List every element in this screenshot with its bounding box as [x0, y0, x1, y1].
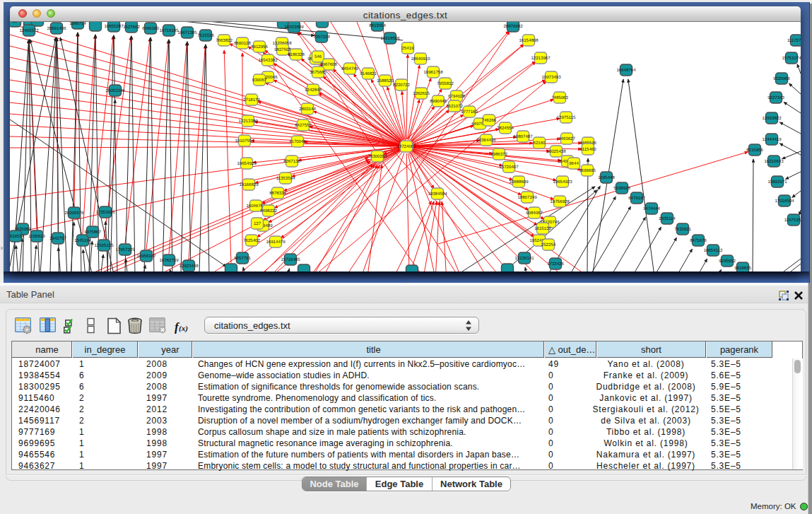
svg-text:19654925: 19654925 [237, 161, 257, 166]
svg-text:7515526: 7515526 [197, 33, 214, 38]
svg-text:18: 18 [13, 22, 18, 24]
svg-text:7955812: 7955812 [437, 81, 454, 86]
svg-text:15720407: 15720407 [499, 165, 519, 170]
svg-text:15716485: 15716485 [281, 257, 300, 262]
svg-text:16210643: 16210643 [764, 159, 784, 164]
svg-text:10973493: 10973493 [541, 75, 561, 80]
svg-text:9644: 9644 [569, 161, 579, 166]
svg-text:16154808: 16154808 [519, 38, 539, 43]
svg-text:546: 546 [314, 54, 322, 59]
svg-text:12213389: 12213389 [238, 119, 258, 124]
svg-text:252254: 252254 [541, 243, 556, 247]
svg-text:15892971: 15892971 [767, 180, 787, 185]
svg-text:8660128: 8660128 [234, 41, 251, 46]
svg-text:1588520: 1588520 [377, 78, 394, 83]
svg-text:20206576: 20206576 [64, 211, 84, 216]
svg-text:8498222: 8498222 [260, 209, 277, 214]
svg-text:10719185: 10719185 [159, 28, 179, 33]
svg-text:8912956: 8912956 [251, 45, 268, 49]
svg-text:9657791: 9657791 [234, 256, 251, 261]
svg-text:10025438: 10025438 [546, 149, 566, 154]
svg-text:25419: 25419 [402, 46, 415, 51]
svg-text:9115460: 9115460 [579, 147, 596, 152]
svg-text:9975867: 9975867 [84, 230, 101, 235]
svg-text:16914479: 16914479 [266, 240, 286, 245]
svg-text:8215956: 8215956 [746, 148, 763, 153]
svg-text:20691406: 20691406 [47, 26, 66, 31]
svg-text:18807249: 18807249 [517, 195, 537, 200]
svg-text:18724007: 18724007 [396, 144, 416, 149]
svg-text:9827503: 9827503 [274, 47, 291, 52]
svg-text:8813054: 8813054 [369, 23, 386, 28]
svg-text:10107554: 10107554 [235, 139, 254, 144]
svg-text:20364436: 20364436 [476, 138, 496, 143]
svg-text:19218506: 19218506 [380, 36, 400, 41]
svg-text:10688609: 10688609 [509, 180, 529, 185]
svg-text:7632621: 7632621 [674, 227, 691, 232]
svg-text:1095448: 1095448 [598, 175, 615, 180]
svg-text:12444419: 12444419 [762, 137, 782, 142]
svg-text:1345194: 1345194 [74, 238, 91, 243]
svg-text:1362615: 1362615 [413, 91, 430, 96]
svg-text:7986372: 7986372 [490, 152, 507, 157]
svg-text:18640910: 18640910 [411, 57, 430, 62]
svg-text:16782759: 16782759 [159, 258, 179, 263]
svg-text:17016504: 17016504 [775, 199, 794, 204]
svg-text:18300295: 18300295 [367, 154, 387, 159]
svg-text:9245652: 9245652 [719, 259, 736, 264]
svg-text:17957225: 17957225 [115, 247, 135, 252]
svg-text:5938928: 5938928 [613, 186, 630, 191]
svg-text:9329966: 9329966 [773, 76, 790, 81]
svg-text:(x): (x) [179, 324, 188, 333]
svg-text:12505135: 12505135 [94, 243, 114, 248]
svg-text:9146821: 9146821 [360, 71, 377, 76]
svg-text:9463627: 9463627 [558, 136, 575, 141]
svg-text:127: 127 [254, 221, 261, 226]
svg-text:8878334: 8878334 [269, 191, 286, 196]
svg-text:8220722: 8220722 [393, 83, 410, 88]
svg-text:19384554: 19384554 [428, 192, 447, 197]
svg-text:12923448: 12923448 [179, 264, 199, 269]
svg-text:8427552: 8427552 [295, 123, 312, 128]
svg-text:10807487: 10807487 [513, 134, 533, 139]
svg-text:7357224: 7357224 [313, 35, 330, 40]
svg-text:2935114: 2935114 [659, 216, 676, 221]
svg-text:9777169: 9777169 [461, 110, 478, 115]
svg-text:8471676: 8471676 [690, 238, 707, 243]
svg-text:6466160: 6466160 [142, 26, 159, 31]
svg-text:9242848: 9242848 [305, 88, 322, 93]
svg-text:15751074: 15751074 [782, 56, 801, 61]
svg-text:2803144: 2803144 [299, 107, 316, 112]
svg-text:9818835: 9818835 [734, 266, 751, 271]
svg-text:12093822: 12093822 [762, 116, 782, 121]
svg-text:7625402: 7625402 [243, 238, 260, 243]
svg-text:9084067: 9084067 [526, 211, 543, 216]
svg-text:3919534: 3919534 [10, 234, 24, 239]
svg-text:1615132: 1615132 [534, 226, 551, 231]
svg-text:16033809: 16033809 [284, 25, 304, 30]
svg-text:16543382: 16543382 [258, 58, 278, 63]
svg-text:11675350: 11675350 [784, 218, 801, 223]
svg-text:10958107: 10958107 [136, 254, 156, 259]
svg-text:20053346: 20053346 [105, 88, 125, 93]
svg-text:1156819: 1156819 [28, 234, 45, 239]
svg-text:19166829: 19166829 [239, 182, 259, 187]
svg-text:10671385: 10671385 [177, 30, 197, 35]
svg-text:7663822: 7663822 [216, 38, 233, 43]
svg-text:11353594: 11353594 [276, 176, 295, 181]
svg-text:9699695: 9699695 [579, 168, 596, 173]
svg-text:11172716: 11172716 [787, 38, 801, 43]
svg-text:1527602: 1527602 [123, 25, 140, 30]
svg-text:19756928: 19756928 [550, 199, 570, 204]
svg-text:12975115: 12975115 [557, 115, 576, 120]
svg-text:16648764: 16648764 [616, 68, 636, 73]
svg-text:62160: 62160 [534, 141, 546, 146]
svg-text:16961758: 16961758 [423, 70, 443, 75]
svg-text:1989714: 1989714 [69, 22, 86, 26]
svg-text:3824554: 3824554 [497, 126, 514, 131]
svg-text:10655287: 10655287 [104, 24, 124, 29]
svg-text:17353926: 17353926 [95, 210, 115, 215]
svg-text:3675685: 3675685 [310, 70, 326, 75]
svg-text:1621072: 1621072 [446, 104, 463, 109]
svg-text:9227343: 9227343 [767, 95, 784, 100]
